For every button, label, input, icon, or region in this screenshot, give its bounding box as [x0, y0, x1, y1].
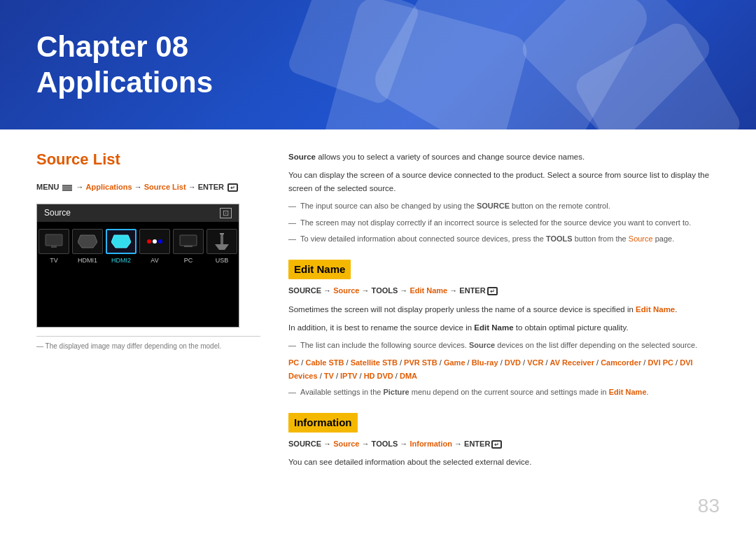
device-game: Game: [444, 358, 465, 367]
svg-rect-5: [184, 246, 192, 247]
enter-icon-en: ↵: [487, 287, 498, 295]
svg-marker-8: [215, 244, 229, 250]
svg-rect-1: [51, 246, 57, 248]
usb-icon-box: [206, 229, 237, 254]
bullet1-content: The input source can also be changed by …: [300, 200, 610, 213]
editname-para1: Sometimes the screen will not display pr…: [288, 303, 721, 316]
en-b2-text1: Available settings in the: [300, 388, 383, 396]
device-hddvd: HD DVD: [364, 372, 393, 380]
hdmi2-icon-box: [106, 229, 136, 254]
en-b2-text2: menu depend on the current source and se…: [410, 388, 609, 396]
en-path-tools: TOOLS: [372, 286, 398, 295]
av-white: [153, 239, 157, 244]
svg-rect-0: [46, 234, 62, 246]
source-hdmi2-label: HDMI2: [111, 257, 131, 264]
pc-icon: [178, 234, 198, 249]
en-path-arrow2: →: [359, 286, 371, 295]
en-b2-text3: .: [647, 388, 649, 396]
source-item-tv[interactable]: TV: [38, 229, 69, 264]
source-tv-label: TV: [50, 257, 58, 264]
svg-marker-2: [78, 235, 97, 248]
enter-icon-info: ↵: [491, 440, 502, 449]
bullet3-text2: button from the: [573, 234, 629, 243]
left-column: Source List MENU → Applications → Source…: [36, 150, 260, 475]
en-bullet2-content: Available settings in the Picture menu d…: [300, 386, 649, 399]
bullet3-bold1: TOOLS: [546, 234, 573, 243]
expand-icon: ⊡: [220, 208, 232, 218]
info-path-source: SOURCE: [288, 440, 321, 448]
device-iptv: IPTV: [340, 372, 357, 380]
tv-icon: [44, 234, 64, 249]
para2: You can display the screen of a source d…: [288, 169, 721, 195]
source-usb-label: USB: [216, 257, 229, 264]
source-av-label: AV: [150, 257, 158, 264]
svg-rect-6: [220, 233, 224, 234]
en-path-arrow4: →: [447, 286, 459, 295]
en-path-arrow3: →: [398, 286, 410, 295]
source-panel-header: Source ⊡: [37, 204, 239, 222]
menu-arrow1: →: [76, 183, 86, 191]
en-bullet2: Available settings in the Picture menu d…: [288, 386, 721, 399]
intro-text: allows you to select a variety of source…: [316, 153, 584, 161]
svg-marker-3: [111, 235, 131, 248]
source-pc-label: PC: [184, 257, 193, 264]
info-path-info: Information: [410, 440, 452, 448]
intro-paragraph: Source allows you to select a variety of…: [288, 150, 721, 163]
source-item-pc[interactable]: PC: [173, 229, 204, 264]
info-path-arrow3: →: [398, 440, 410, 448]
info-path-arrow2: →: [359, 440, 371, 448]
bullet1-text1: The input source can also be changed by …: [300, 202, 477, 210]
source-item-hdmi1[interactable]: HDMI1: [72, 229, 103, 264]
header-title-block: Chapter 08 Applications: [36, 29, 213, 100]
en-bullet1: The list can include the following sourc…: [288, 339, 721, 352]
en-b1-bold: Source: [469, 341, 495, 349]
bullet3-content: To view detailed information about conne…: [300, 233, 674, 246]
device-dvd: DVD: [505, 358, 521, 367]
tv-icon-box: [38, 229, 69, 254]
device-list: PC / Cable STB / Satellite STB / PVR STB…: [288, 356, 721, 382]
device-pc: PC: [288, 358, 299, 367]
section-title: Source List: [36, 150, 260, 169]
av-icon-box: [139, 229, 170, 254]
hdmi2-icon: [111, 234, 131, 249]
en-para2-bold: Edit Name: [474, 323, 513, 332]
information-para: You can see detailed information about t…: [288, 456, 721, 468]
menu-arrow2: →: [134, 183, 144, 191]
pc-icon-box: [173, 229, 204, 254]
en-path-source: SOURCE: [288, 286, 321, 295]
device-dvipc: DVI PC: [648, 358, 673, 367]
device-pvrstb: PVR STB: [404, 358, 438, 367]
left-footnote: ― The displayed image may differ dependi…: [36, 336, 260, 350]
hdmi1-icon-box: [72, 229, 103, 254]
source-black-area: [37, 271, 239, 327]
device-avreceiver: AV Receiver: [550, 358, 594, 367]
device-cablestb: Cable STB: [305, 358, 344, 367]
bullet2: The screen may not display correctly if …: [288, 217, 721, 230]
enter-icon-left: ↵: [227, 183, 238, 192]
menu-path-menu: MENU: [36, 183, 59, 191]
source-item-av[interactable]: AV: [139, 229, 170, 264]
bullet3-text3: page.: [653, 234, 675, 243]
av-red: [147, 239, 151, 244]
source-panel-title: Source: [44, 208, 71, 218]
chapter-label: Chapter 08: [36, 29, 213, 64]
en-para1-text2: .: [675, 305, 677, 314]
editname-title: Edit Name: [288, 260, 351, 279]
page-header: Chapter 08 Applications: [0, 0, 756, 129]
right-column: Source allows you to select a variety of…: [288, 150, 721, 475]
source-panel-body: TV HDMI1: [37, 222, 239, 271]
source-item-usb[interactable]: USB: [206, 229, 237, 264]
en-b1-text1: The list can include the following sourc…: [300, 341, 469, 349]
hdmi1-icon: [78, 234, 97, 249]
bullet3-text1: To view detailed information about conne…: [300, 234, 546, 243]
device-vcr: VCR: [527, 358, 543, 367]
info-path-enter: ENTER: [464, 440, 490, 448]
menu-arrow3: →: [188, 183, 198, 191]
en-para1-link: Edit Name: [636, 305, 675, 314]
en-b2-link: Edit Name: [609, 388, 647, 396]
source-bold-intro: Source: [288, 153, 316, 161]
source-item-hdmi2[interactable]: HDMI2: [106, 229, 136, 264]
svg-rect-4: [180, 235, 197, 246]
menu-applications: Applications: [86, 183, 132, 191]
info-path-tools: TOOLS: [372, 440, 398, 448]
